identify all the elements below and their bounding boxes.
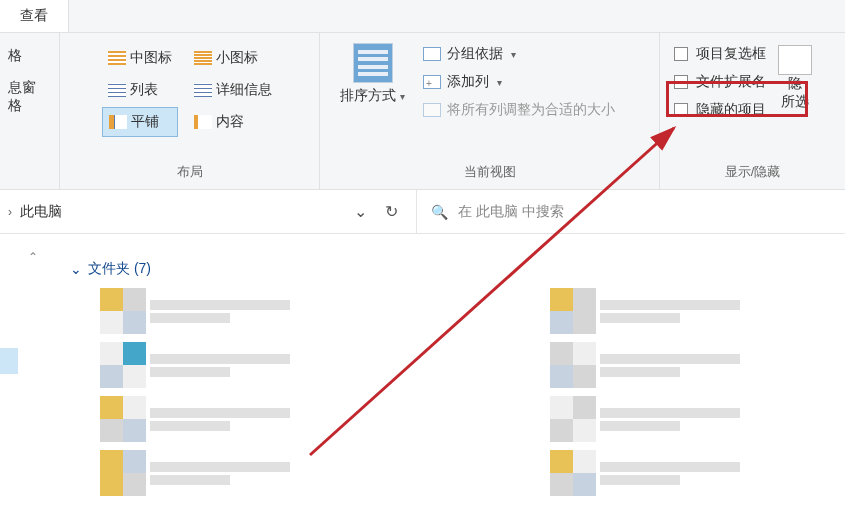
folder-item[interactable] [550, 342, 740, 388]
folder-item[interactable] [100, 288, 290, 334]
layout-list[interactable]: 列表 [102, 75, 178, 105]
current-view-group-label: 当前视图 [328, 159, 651, 187]
chevron-right-icon: › [8, 205, 12, 219]
chevron-down-icon: ▾ [511, 49, 516, 60]
fit-columns-icon [423, 103, 441, 117]
pane-item-2[interactable]: 息窗格 [8, 79, 47, 115]
layout-medium-icons[interactable]: 中图标 [102, 43, 178, 73]
details-icon [194, 83, 212, 97]
add-columns-icon [423, 75, 441, 89]
search-placeholder: 在 此电脑 中搜索 [458, 203, 564, 221]
ribbon-tabs: 查看 [0, 0, 845, 33]
show-hide-group-label: 显示/隐藏 [668, 159, 837, 187]
folder-item[interactable] [550, 450, 740, 496]
hidden-items-toggle[interactable]: 隐藏的项目 [674, 101, 766, 119]
content-area: ⌄ 文件夹 (7) [0, 234, 845, 496]
chevron-down-icon: ▾ [400, 91, 405, 102]
location-text: 此电脑 [20, 203, 346, 221]
small-icons-icon [194, 51, 212, 65]
panes-group: 格 息窗格 [0, 33, 60, 189]
tiles-icon [109, 115, 127, 129]
group-by-button[interactable]: 分组依据▾ [423, 45, 615, 63]
checkbox-icon [674, 47, 688, 61]
chevron-down-icon: ▾ [497, 77, 502, 88]
folder-item[interactable] [550, 396, 740, 442]
folder-item[interactable] [550, 288, 740, 334]
layout-details[interactable]: 详细信息 [188, 75, 278, 105]
group-by-icon [423, 47, 441, 61]
chevron-down-icon: ⌄ [70, 261, 82, 277]
pane-item-1[interactable]: 格 [8, 47, 47, 65]
history-dropdown[interactable]: ⌄ [354, 202, 367, 221]
layout-tiles[interactable]: 平铺 [102, 107, 178, 137]
content-icon [194, 115, 212, 129]
hide-selected-icon [778, 45, 812, 75]
panes-group-label [8, 177, 51, 187]
search-icon: 🔍 [431, 204, 448, 220]
sort-icon [353, 43, 393, 83]
show-hide-group: 项目复选框 文件扩展名 隐藏的项目 隐 所选 显示/隐藏 [660, 33, 845, 189]
search-box[interactable]: 🔍 在 此电脑 中搜索 [417, 190, 845, 233]
file-extensions-toggle[interactable]: 文件扩展名 [674, 73, 766, 91]
folder-item[interactable] [100, 342, 290, 388]
layout-small-icons[interactable]: 小图标 [188, 43, 278, 73]
item-checkboxes-toggle[interactable]: 项目复选框 [674, 45, 766, 63]
medium-icons-icon [108, 51, 126, 65]
add-columns-button[interactable]: 添加列▾ [423, 73, 615, 91]
folder-item[interactable] [100, 450, 290, 496]
folders-section-header[interactable]: ⌄ 文件夹 (7) [70, 260, 845, 278]
layout-content[interactable]: 内容 [188, 107, 278, 137]
address-bar-row: › 此电脑 ⌄ ↻ 🔍 在 此电脑 中搜索 [0, 190, 845, 234]
current-view-group: 排序方式▾ 分组依据▾ 添加列▾ 将所有列调整为合适的大小 当前视图 [320, 33, 660, 189]
sort-by-button[interactable]: 排序方式▾ [328, 37, 417, 105]
tab-view[interactable]: 查看 [0, 0, 69, 32]
address-bar[interactable]: › 此电脑 ⌄ ↻ [0, 190, 417, 233]
list-icon [108, 83, 126, 97]
layout-group-label: 布局 [68, 159, 311, 187]
layout-group: 中图标 小图标 列表 详细信息 平铺 内容 布局 [60, 33, 320, 189]
checkbox-icon [674, 103, 688, 117]
folder-thumbnails [100, 288, 845, 496]
checkbox-icon [674, 75, 688, 89]
hide-selected-button[interactable]: 隐 所选 [772, 37, 812, 111]
ribbon: 格 息窗格 中图标 小图标 列表 详细信息 平铺 内容 布局 排序方式▾ [0, 33, 845, 190]
fit-columns-button[interactable]: 将所有列调整为合适的大小 [423, 101, 615, 119]
refresh-button[interactable]: ↻ [375, 202, 408, 221]
folder-item[interactable] [100, 396, 290, 442]
